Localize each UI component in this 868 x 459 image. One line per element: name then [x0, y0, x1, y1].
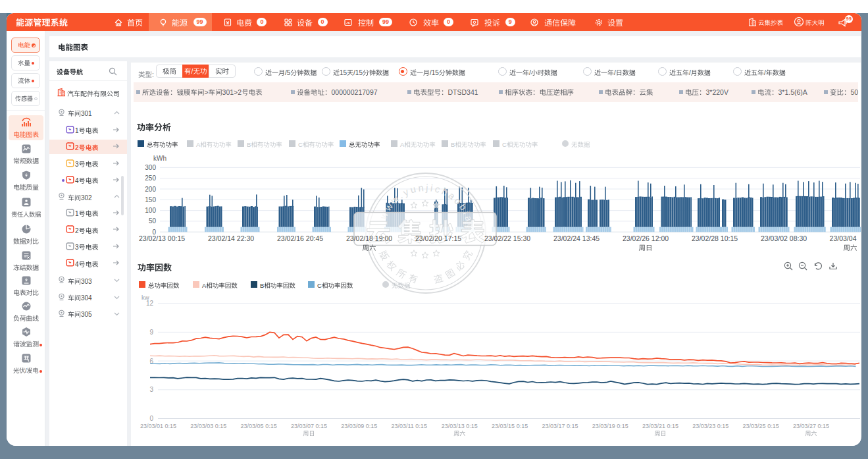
svg-text:23/02/18 19:00: 23/02/18 19:00	[346, 234, 392, 242]
svg-text:23/02/14 22:30: 23/02/14 22:30	[208, 234, 254, 242]
svg-text:15: 15	[340, 69, 347, 76]
svg-text:B: B	[247, 141, 251, 148]
svg-text:23/02/26 12:00: 23/02/26 12:00	[623, 234, 669, 242]
svg-text:305: 305	[81, 311, 92, 318]
svg-text:23/03/07 0:15: 23/03/07 0:15	[291, 423, 327, 429]
svg-text:23/03/02 08:30: 23/03/02 08:30	[761, 234, 807, 242]
svg-text:23/02/20 17:15: 23/02/20 17:15	[415, 234, 461, 242]
svg-text:/: /	[689, 69, 691, 76]
svg-text:/5: /5	[285, 69, 291, 76]
svg-text:23/03/03 0:15: 23/03/03 0:15	[190, 423, 226, 429]
svg-text:23/03/09 0:15: 23/03/09 0:15	[341, 423, 377, 429]
svg-text:23/03/23 0:15: 23/03/23 0:15	[692, 423, 728, 429]
svg-text:3: 3	[75, 161, 79, 168]
svg-text:2: 2	[75, 227, 79, 234]
svg-text:/15: /15	[430, 69, 439, 76]
svg-text:23/03/01 0:15: 23/03/01 0:15	[140, 423, 176, 429]
svg-text:304: 304	[81, 294, 92, 302]
svg-text:/: /	[25, 367, 27, 374]
svg-text:12: 12	[146, 300, 154, 307]
svg-text:1: 1	[75, 210, 79, 217]
svg-text:A: A	[202, 282, 207, 289]
svg-text:2: 2	[75, 144, 79, 151]
svg-text:302: 302	[81, 194, 92, 202]
svg-text:23/02/24 13:45: 23/02/24 13:45	[553, 234, 600, 242]
svg-text:/: /	[764, 69, 766, 76]
svg-text:23/03/19 0:15: 23/03/19 0:15	[592, 423, 628, 429]
svg-text:4: 4	[75, 177, 79, 184]
svg-text:/: /	[191, 67, 193, 75]
svg-text:/: /	[614, 69, 616, 76]
svg-text:3: 3	[75, 244, 79, 251]
svg-text:23/03/13 0:15: 23/03/13 0:15	[442, 423, 478, 429]
svg-text:4: 4	[75, 261, 79, 268]
svg-text:A: A	[400, 141, 405, 148]
svg-text:301: 301	[81, 110, 92, 117]
svg-text:23/02/13 00:15: 23/02/13 00:15	[139, 234, 185, 242]
svg-text:23/03/05 0:15: 23/03/05 0:15	[241, 423, 277, 429]
svg-text:>: >	[205, 88, 209, 96]
svg-text:9: 9	[149, 329, 153, 336]
svg-text:23/03/21 0:15: 23/03/21 0:15	[642, 423, 678, 429]
svg-text:0: 0	[149, 415, 153, 422]
svg-text:/: /	[529, 69, 531, 76]
svg-text:000000217097: 000000217097	[332, 88, 378, 96]
svg-text:50: 50	[851, 88, 859, 96]
svg-text:23/02/28 10:15: 23/02/28 10:15	[692, 234, 738, 242]
svg-text:23/03/15 0:15: 23/03/15 0:15	[492, 423, 528, 429]
svg-text:301>2: 301>2	[222, 88, 242, 96]
svg-text:B: B	[260, 282, 264, 289]
svg-text:C: C	[502, 141, 507, 148]
svg-text:A: A	[196, 141, 201, 148]
svg-text:C: C	[317, 282, 322, 289]
svg-text:3*1.5(6)A: 3*1.5(6)A	[779, 88, 807, 96]
svg-text::: :	[152, 70, 154, 78]
svg-text:3*220V: 3*220V	[706, 88, 728, 96]
svg-text:DTSD341: DTSD341	[448, 88, 478, 96]
svg-text:23/03/11 0:15: 23/03/11 0:15	[392, 423, 427, 429]
svg-text:23/03/27 0:15: 23/03/27 0:15	[793, 423, 829, 429]
svg-text:23/03/17 0:15: 23/03/17 0:15	[542, 423, 578, 429]
svg-text:1: 1	[75, 127, 79, 134]
svg-text:/15: /15	[353, 69, 363, 76]
svg-text:B: B	[451, 141, 455, 148]
svg-text:303: 303	[81, 278, 92, 285]
svg-text:23/02/16 20:45: 23/02/16 20:45	[277, 234, 323, 242]
svg-text:23/03/04: 23/03/04	[830, 234, 857, 242]
svg-text:23/02/22 15:30: 23/02/22 15:30	[484, 234, 530, 242]
svg-text:23/03/25 0:15: 23/03/25 0:15	[743, 423, 779, 429]
svg-text:C: C	[298, 141, 303, 148]
svg-text:3: 3	[149, 386, 153, 393]
